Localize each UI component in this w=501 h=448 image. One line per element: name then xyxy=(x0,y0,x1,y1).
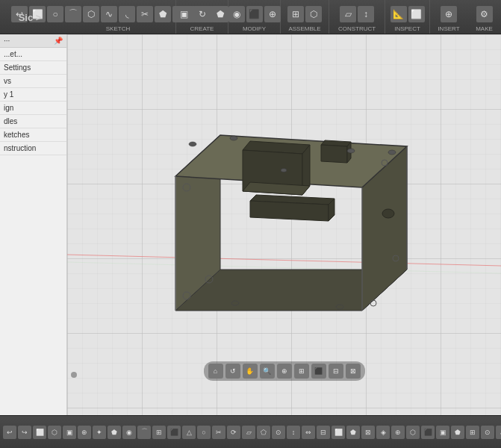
bt-icon-20[interactable]: ↕ xyxy=(287,426,300,439)
bt-icon-23[interactable]: ⬜ xyxy=(332,426,345,439)
bt-icon-16[interactable]: ⟳ xyxy=(227,426,240,439)
bt-icon-2[interactable]: ↪ xyxy=(18,426,31,439)
bt-icon-4[interactable]: ⬡ xyxy=(48,426,61,439)
zoom-fit-button[interactable]: ⊕ xyxy=(277,364,292,379)
bt-icon-21[interactable]: ⇔ xyxy=(302,426,315,439)
svg-point-27 xyxy=(382,209,394,218)
bt-icon-10[interactable]: ⌒ xyxy=(137,426,151,439)
breadcrumb: Sic > xyxy=(0,0,60,34)
create-label: CREATE xyxy=(190,25,214,32)
bt-icon-26[interactable]: ◈ xyxy=(376,426,390,439)
inspect-label: INSPECT xyxy=(394,25,420,32)
joint-icon[interactable]: ⊞ xyxy=(287,6,304,22)
sidebar-item-construction[interactable]: nstruction xyxy=(0,142,66,155)
bt-icon-6[interactable]: ⊕ xyxy=(78,426,91,439)
bt-icon-25[interactable]: ⊠ xyxy=(361,426,375,439)
sidebar-item-design[interactable]: ign xyxy=(0,102,66,115)
sidebar-item-y1[interactable]: y 1 xyxy=(0,88,66,102)
bt-icon-28[interactable]: ⬡ xyxy=(406,426,420,439)
svg-point-19 xyxy=(189,142,196,146)
bt-icon-13[interactable]: △ xyxy=(182,426,196,439)
toolbar-group-construct: ▱ ↕ CONSTRUCT xyxy=(329,0,385,34)
sidebar-item-bodies[interactable]: dles xyxy=(0,115,66,128)
sidebar-header: ··· 📌 xyxy=(0,34,66,48)
arc-icon[interactable]: ⌒ xyxy=(65,6,81,22)
svg-marker-14 xyxy=(321,145,347,163)
insert-icon[interactable]: ⊕ xyxy=(441,6,457,22)
bt-icon-24[interactable]: ⬟ xyxy=(346,426,360,439)
svg-point-23 xyxy=(281,169,287,172)
svg-point-33 xyxy=(370,300,376,306)
sidebar-item-vs[interactable]: vs xyxy=(0,75,66,88)
bt-icon-30[interactable]: ▣ xyxy=(436,426,449,439)
trim-icon[interactable]: ✂ xyxy=(137,6,153,22)
sidebar-pin-icon[interactable]: 📌 xyxy=(54,37,63,45)
bt-icon-5[interactable]: ▣ xyxy=(63,426,76,439)
sidebar-title: ··· xyxy=(4,37,10,45)
fillet-icon[interactable]: ◟ xyxy=(119,6,135,22)
view-orientation-dot[interactable] xyxy=(71,372,77,378)
spline-icon[interactable]: ∿ xyxy=(101,6,117,22)
bt-icon-12[interactable]: ⬛ xyxy=(167,426,181,439)
offset-icon[interactable]: ⬟ xyxy=(155,6,171,22)
construct-label: CONSTRUCT xyxy=(338,25,376,32)
toolbar-group-inspect: 📐 ⬜ INSPECT xyxy=(385,0,430,34)
3d-model[interactable] xyxy=(112,57,448,370)
bt-icon-29[interactable]: ⬛ xyxy=(421,426,435,439)
assemble-label: ASSEMBLE xyxy=(288,25,320,32)
bt-icon-33[interactable]: ⊙ xyxy=(481,426,494,439)
bt-icon-7[interactable]: ✦ xyxy=(93,426,106,439)
bt-icon-3[interactable]: ⬜ xyxy=(33,426,46,439)
toolbar-group-modify: ◉ ⬛ ⊕ MODIFY xyxy=(228,0,281,34)
nav-controls: ⌂ ↺ ✋ 🔍 ⊕ ⊞ ⬛ ⊟ ⊠ xyxy=(204,361,365,381)
bt-icon-32[interactable]: ⊞ xyxy=(466,426,479,439)
plane-icon[interactable]: ▱ xyxy=(340,6,356,22)
bt-icon-18[interactable]: ⬠ xyxy=(257,426,270,439)
bt-icon-19[interactable]: ⊙ xyxy=(272,426,285,439)
combine-icon[interactable]: ⊕ xyxy=(264,6,281,22)
bt-icon-14[interactable]: ○ xyxy=(197,426,211,439)
sidebar-item-settings[interactable]: Settings xyxy=(0,61,66,75)
display-mode-button[interactable]: ⬛ xyxy=(311,364,326,379)
magnify-button[interactable]: ⊞ xyxy=(294,364,309,379)
bt-icon-27[interactable]: ⊕ xyxy=(391,426,405,439)
bt-icon-1[interactable]: ↩ xyxy=(3,426,16,439)
polygon-icon[interactable]: ⬡ xyxy=(83,6,99,22)
svg-marker-17 xyxy=(250,201,329,221)
pan-button[interactable]: ✋ xyxy=(243,364,258,379)
component-icon[interactable]: ⬡ xyxy=(305,6,322,22)
toolbar-group-create: ▣ ↻ ⬟ CREATE xyxy=(176,0,228,34)
section-icon[interactable]: ⬜ xyxy=(408,6,425,22)
make-icon[interactable]: ⚙ xyxy=(476,6,493,22)
grid-toggle-button[interactable]: ⊟ xyxy=(329,364,343,379)
bt-icon-15[interactable]: ✂ xyxy=(212,426,225,439)
home-nav-button[interactable]: ⌂ xyxy=(208,364,223,379)
toolbar-group-make: ⚙ MAKE xyxy=(467,0,501,34)
toolbar-group-assemble: ⊞ ⬡ ASSEMBLE xyxy=(281,0,329,34)
sidebar-item-sketches[interactable]: ketches xyxy=(0,128,66,142)
modify-label: MODIFY xyxy=(243,25,266,32)
zoom-button[interactable]: 🔍 xyxy=(260,364,275,379)
shell-icon[interactable]: ⬛ xyxy=(246,6,263,22)
viewport[interactable]: ⌂ ↺ ✋ 🔍 ⊕ ⊞ ⬛ ⊟ ⊠ xyxy=(67,34,501,415)
bt-icon-22[interactable]: ⊟ xyxy=(317,426,330,439)
snap-button[interactable]: ⊠ xyxy=(346,364,361,379)
bt-icon-8[interactable]: ⬟ xyxy=(108,426,121,439)
bt-icon-17[interactable]: ▱ xyxy=(242,426,255,439)
measure-icon[interactable]: 📐 xyxy=(390,6,407,22)
loft-icon[interactable]: ⬟ xyxy=(212,6,228,22)
orbit-button[interactable]: ↺ xyxy=(225,364,240,379)
fillet3d-icon[interactable]: ◉ xyxy=(228,6,245,22)
revolve-icon[interactable]: ↻ xyxy=(194,6,211,22)
bottom-toolbar: ↩ ↪ ⬜ ⬡ ▣ ⊕ ✦ ⬟ ◉ ⌒ ⊞ ⬛ △ ○ ✂ ⟳ ▱ ⬠ ⊙ ↕ … xyxy=(0,415,501,448)
left-sidebar: ··· 📌 ...et... Settings vs y 1 ign dles … xyxy=(0,34,67,415)
bt-icon-34[interactable]: ▱ xyxy=(496,426,501,439)
bt-icon-11[interactable]: ⊞ xyxy=(152,426,166,439)
axis-icon[interactable]: ↕ xyxy=(358,6,374,22)
bt-icon-9[interactable]: ◉ xyxy=(122,426,136,439)
bt-icon-31[interactable]: ⬟ xyxy=(451,426,464,439)
extrude-icon[interactable]: ▣ xyxy=(176,6,193,22)
bottom-icons-left: ↩ ↪ ⬜ ⬡ ▣ ⊕ ✦ ⬟ ◉ ⌒ ⊞ ⬛ △ ○ ✂ ⟳ ▱ ⬠ ⊙ ↕ … xyxy=(0,426,501,439)
sidebar-item-settings-top[interactable]: ...et... xyxy=(0,48,66,61)
make-label: MAKE xyxy=(476,25,493,32)
